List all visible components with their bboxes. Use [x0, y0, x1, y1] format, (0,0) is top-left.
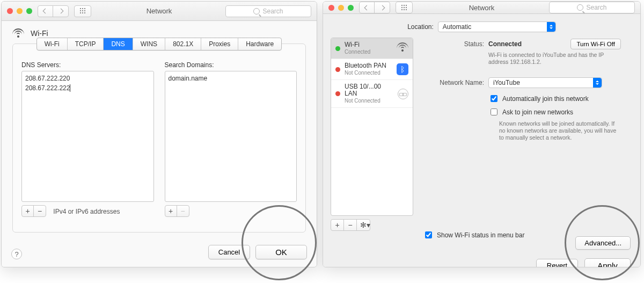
- close-icon[interactable]: [328, 5, 334, 11]
- wifi-icon: [12, 28, 24, 38]
- search-placeholder: Search: [586, 4, 606, 11]
- service-item-bluetooth-pan[interactable]: Bluetooth PANNot Connectedᛒ: [331, 59, 413, 80]
- status-detail: Wi-Fi is connected to iYouTube and has t…: [488, 52, 606, 66]
- titlebar: Network Search: [2, 2, 317, 21]
- service-item-wi-fi[interactable]: Wi-FiConnected: [331, 38, 413, 59]
- ethernet-icon: [398, 89, 408, 99]
- network-name-popup[interactable]: iYouTube: [488, 77, 602, 88]
- bluetooth-icon: ᛒ: [397, 63, 408, 75]
- advanced-panel: Wi-FiTCP/IPDNSWINS802.1XProxiesHardware …: [12, 43, 306, 233]
- forward-button[interactable]: [375, 2, 390, 13]
- service-action-menu[interactable]: ✻▾: [357, 220, 370, 230]
- status-label: Status:: [424, 39, 484, 48]
- search-domain-row[interactable]: domain.name: [169, 74, 294, 83]
- advanced-tabs[interactable]: Wi-FiTCP/IPDNSWINS802.1XProxiesHardware: [36, 38, 282, 50]
- window-network-main: Network Search Location: Automatic Wi-Fi…: [323, 1, 641, 267]
- service-status: Connected: [345, 48, 392, 55]
- service-detail: Status: Connected Turn Wi-Fi Off Wi-Fi i…: [421, 38, 633, 231]
- service-status: Not Connected: [345, 69, 392, 76]
- show-menubar-label[interactable]: Show Wi-Fi status in menu bar: [437, 231, 524, 239]
- service-remove-button[interactable]: −: [344, 220, 357, 230]
- service-status: Not Connected: [345, 97, 393, 104]
- dns-add-button[interactable]: +: [22, 206, 34, 216]
- status-dot-icon: [335, 46, 340, 51]
- sd-remove-button[interactable]: −: [177, 206, 189, 216]
- service-add-button[interactable]: +: [331, 220, 344, 230]
- show-all-button[interactable]: [74, 5, 91, 17]
- search-icon: [253, 8, 260, 14]
- tab-proxies[interactable]: Proxies: [201, 38, 238, 50]
- sd-add-remove: + −: [165, 205, 189, 217]
- zoom-icon[interactable]: [26, 8, 32, 14]
- location-label: Location:: [407, 23, 434, 31]
- tab-dns[interactable]: DNS: [104, 38, 133, 50]
- auto-join-label: Automatically join this network: [502, 95, 589, 103]
- dns-server-row[interactable]: 208.67.222.220: [25, 74, 150, 83]
- cancel-button[interactable]: Cancel: [208, 245, 250, 259]
- zoom-icon[interactable]: [348, 5, 354, 11]
- dns-add-remove: + −: [21, 205, 46, 217]
- advanced-button[interactable]: Advanced...: [575, 236, 631, 250]
- titlebar: Network Search: [323, 2, 640, 14]
- service-list[interactable]: Wi-FiConnectedBluetooth PANNot Connected…: [331, 38, 413, 216]
- service-name: USB 10/...00 LAN: [345, 83, 393, 97]
- ask-join-checkbox[interactable]: Ask to join new networks: [488, 107, 621, 117]
- chevron-updown-icon: [547, 22, 555, 32]
- toolbar-search[interactable]: Search: [225, 5, 311, 17]
- ask-join-label: Ask to join new networks: [502, 108, 573, 116]
- dns-remove-button[interactable]: −: [34, 206, 46, 216]
- service-item-usb-10-00-lan[interactable]: USB 10/...00 LANNot Connected: [331, 80, 413, 108]
- status-value: Connected: [488, 40, 522, 48]
- close-icon[interactable]: [7, 8, 13, 14]
- dns-hint: IPv4 or IPv6 addresses: [53, 208, 120, 215]
- ok-button[interactable]: OK: [255, 245, 307, 259]
- back-button[interactable]: [360, 2, 375, 13]
- help-button[interactable]: ?: [11, 249, 22, 259]
- service-list-actions: + − ✻▾: [331, 219, 370, 231]
- dns-server-row[interactable]: 208.67.222.222: [25, 83, 150, 93]
- turn-wifi-off-button[interactable]: Turn Wi-Fi Off: [570, 39, 621, 49]
- show-all-button[interactable]: [396, 2, 413, 13]
- auto-join-checkbox[interactable]: Automatically join this network: [488, 93, 621, 104]
- tab-hardware[interactable]: Hardware: [238, 38, 281, 50]
- search-domains-list[interactable]: domain.name: [165, 71, 297, 202]
- ask-join-hint: Known networks will be joined automatica…: [499, 120, 621, 141]
- window-controls: [7, 8, 32, 14]
- search-icon: [577, 4, 583, 11]
- chevron-updown-icon: [593, 78, 602, 88]
- nav-back-forward[interactable]: [38, 5, 69, 17]
- toolbar-search[interactable]: Search: [549, 2, 635, 13]
- minimize-icon[interactable]: [338, 5, 344, 11]
- tab-wins[interactable]: WINS: [133, 38, 165, 50]
- window-controls: [328, 5, 354, 11]
- service-name: Bluetooth PAN: [345, 62, 392, 69]
- window-network-advanced: Network Search Wi-Fi Wi-FiTCP/IPDNSWINS8…: [1, 1, 317, 267]
- forward-button[interactable]: [53, 6, 68, 17]
- revert-button[interactable]: Revert: [536, 259, 578, 267]
- service-name-heading: Wi-Fi: [31, 29, 48, 38]
- dns-servers-label: DNS Servers:: [21, 61, 154, 69]
- wifi-icon: [397, 42, 408, 54]
- network-name-value: iYouTube: [493, 79, 520, 86]
- status-dot-icon: [335, 67, 340, 72]
- location-value: Automatic: [443, 23, 471, 31]
- network-name-label: Network Name:: [424, 77, 484, 86]
- search-placeholder: Search: [262, 8, 283, 15]
- status-dot-icon: [335, 91, 340, 96]
- nav-back-forward[interactable]: [359, 2, 390, 13]
- sd-add-button[interactable]: +: [165, 206, 177, 216]
- back-button[interactable]: [38, 6, 53, 17]
- tab-8021x[interactable]: 802.1X: [165, 38, 201, 50]
- search-domains-label: Search Domains:: [165, 61, 297, 69]
- minimize-icon[interactable]: [17, 8, 23, 14]
- dns-servers-list[interactable]: 208.67.222.220208.67.222.222: [21, 71, 154, 202]
- service-name: Wi-Fi: [345, 41, 392, 48]
- location-popup[interactable]: Automatic: [438, 21, 556, 32]
- apply-button[interactable]: Apply: [584, 258, 631, 267]
- tab-tcpip[interactable]: TCP/IP: [68, 38, 104, 50]
- tab-wifi[interactable]: Wi-Fi: [37, 38, 68, 50]
